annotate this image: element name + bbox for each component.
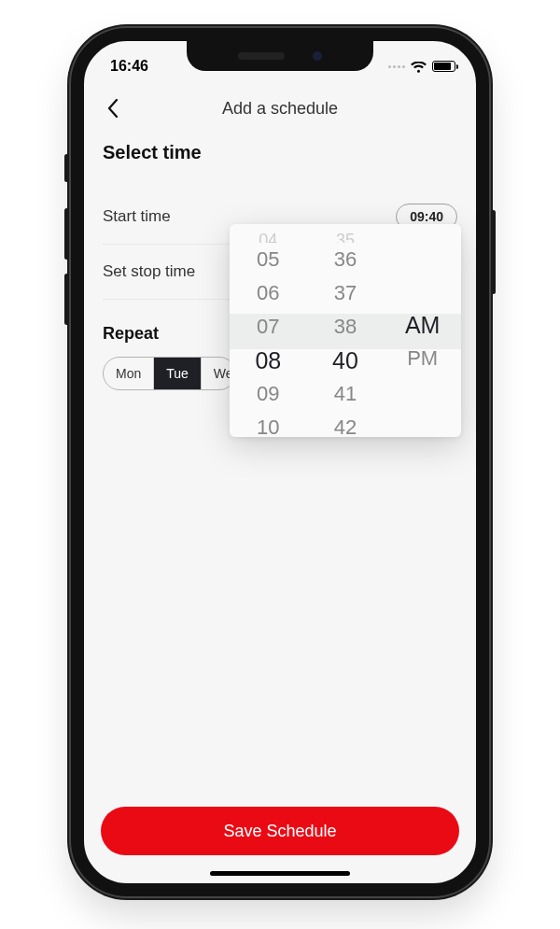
day-selector: Mon Tue We [103,357,236,390]
nav-header: Add a schedule [84,82,476,134]
time-picker-popover: 04 05 06 07 08 09 10 11 35 36 37 38 [230,224,461,437]
status-time: 16:46 [105,58,148,75]
start-time-label: Start time [103,207,171,226]
save-schedule-button[interactable]: Save Schedule [101,807,459,855]
device-notch [187,41,373,71]
page-title: Add a schedule [222,99,338,119]
stop-time-label: Set stop time [103,262,195,281]
day-mon[interactable]: Mon [104,358,154,389]
cellular-dots-icon [388,65,405,68]
home-indicator[interactable] [210,871,350,876]
hour-wheel[interactable]: 04 05 06 07 08 09 10 11 [230,224,307,437]
period-am[interactable]: AM [405,308,441,342]
wifi-icon [411,61,427,73]
status-icons [388,61,455,73]
back-button[interactable] [99,94,127,122]
minute-selected[interactable]: 40 [332,344,358,377]
hour-selected[interactable]: 08 [255,344,281,377]
day-tue[interactable]: Tue [154,358,202,389]
period-wheel[interactable]: AM PM [384,224,461,437]
section-title: Select time [103,142,457,163]
minute-wheel[interactable]: 35 36 37 38 40 41 42 43 [307,224,385,437]
phone-frame: 16:46 Add a schedule Select time Start t… [71,28,489,896]
content-area: Select time Start time 09:40 Set stop ti… [84,134,476,390]
period-pm[interactable]: PM [407,342,438,375]
battery-icon [432,61,455,72]
chevron-left-icon [107,99,119,118]
